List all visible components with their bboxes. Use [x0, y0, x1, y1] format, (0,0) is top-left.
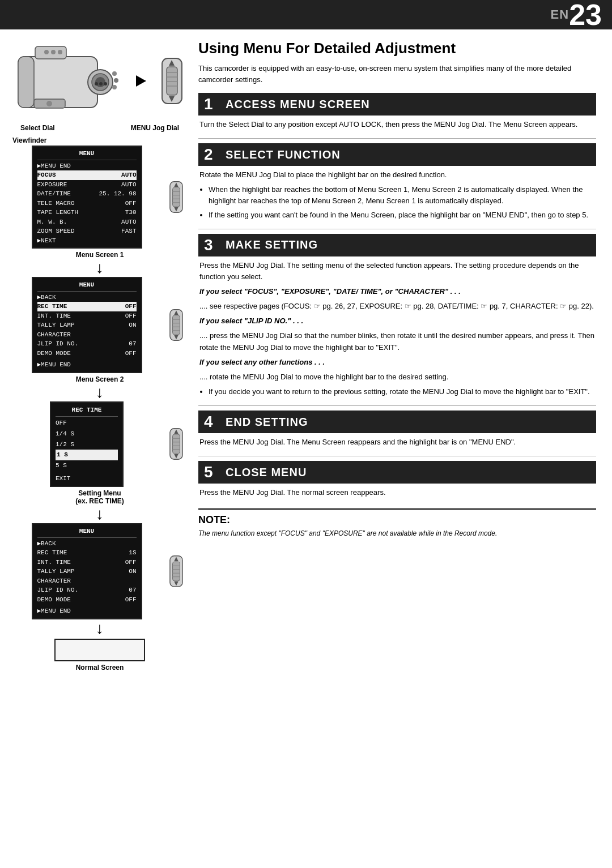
sub-label-3-text: If you select any other functions . . . — [199, 358, 325, 366]
left-column: Select Dial MENU Jog Dial Viewfinder MEN… — [0, 29, 193, 683]
section-body-access: Turn the Select Dial to any position exc… — [198, 119, 596, 130]
section-title-access: ACCESS MENU SCREEN — [226, 98, 370, 111]
svg-rect-27 — [173, 187, 180, 207]
setting-row-exit: EXIT — [56, 473, 118, 484]
menu-row: INT. TIMEOFF — [37, 558, 137, 567]
svg-rect-19 — [167, 67, 177, 95]
svg-rect-51 — [173, 562, 180, 581]
menu-title-1: MENU — [37, 149, 137, 160]
svg-point-6 — [51, 50, 56, 54]
note-text: The menu function except "FOCUS" and "EX… — [198, 528, 596, 538]
menu-screen-2-area: MENU ▶BACK REC TIMEOFF INT. TIMEOFF TALL… — [12, 277, 187, 373]
section-title-select: SELECT FUNCTION — [226, 148, 341, 161]
menu-row: DEMO MODEOFF — [37, 349, 137, 358]
normal-screen-box — [54, 639, 145, 661]
sub-list-3: If you decide you want to return to the … — [209, 386, 595, 397]
svg-point-11 — [112, 85, 117, 89]
menu-screen-1-box: MENU ▶MENU END FOCUSAUTO EXPOSUREAUTO DA… — [32, 146, 142, 249]
camera-labels: Select Dial MENU Jog Dial — [20, 124, 179, 132]
svg-marker-17 — [136, 75, 146, 87]
arrow-down-1: ↓ — [12, 260, 187, 276]
section-body-close: Press the MENU Jog Dial. The normal scre… — [198, 487, 596, 498]
section-title-make: MAKE SETTING — [226, 238, 318, 251]
section-num-5: 5 — [204, 463, 220, 481]
svg-point-5 — [44, 50, 49, 54]
svg-point-10 — [114, 78, 118, 83]
svg-point-13 — [46, 101, 52, 106]
camera-svg — [12, 40, 131, 122]
menu-row: ▶NEXT — [37, 236, 137, 246]
setting-row: 5 S — [56, 460, 118, 471]
page-title: Using Menu For Detailed Adjustment — [198, 40, 596, 57]
svg-rect-43 — [173, 434, 180, 454]
section-title-close: CLOSE MENU — [226, 466, 307, 479]
setting-row: OFF — [56, 418, 118, 429]
menu-row: INT. TIMEOFF — [37, 311, 137, 321]
menu-row: FOCUSAUTO — [37, 170, 137, 180]
section-text-2: Rotate the MENU Jog Dial to place the hi… — [199, 169, 595, 181]
menu-row: ▶MENU END — [37, 161, 137, 171]
section-close: 5 CLOSE MENU Press the MENU Jog Dial. Th… — [198, 461, 596, 498]
setting-row: 1 S — [56, 450, 118, 460]
normal-screen-label: Normal Screen — [12, 664, 187, 672]
jog-dial-icon-2 — [165, 308, 187, 342]
section-end: 4 END SETTING Press the MENU Jog Dial. T… — [198, 411, 596, 448]
section-header-make: 3 MAKE SETTING — [198, 234, 596, 256]
jog-dial-icon-3 — [165, 427, 187, 461]
sub-label-1: If you select "FOCUS", "EXPOSURE", "DATE… — [199, 286, 595, 297]
menu-row: TALLY LAMPON — [37, 567, 137, 576]
section-title-end: END SETTING — [226, 416, 308, 429]
list-item: If you decide you want to return to the … — [209, 386, 595, 397]
section-body-end: Press the MENU Jog Dial. The Menu Screen… — [198, 437, 596, 448]
svg-point-3 — [95, 77, 105, 87]
section-list-2: When the highlight bar reaches the botto… — [209, 184, 595, 220]
sub-text-3: .... rotate the MENU Jog Dial to move th… — [199, 371, 595, 383]
intro-text: This camcorder is equipped with an easy-… — [198, 63, 596, 85]
menu-row: JLIP ID NO.07 — [37, 585, 137, 595]
main-layout: Select Dial MENU Jog Dial Viewfinder MEN… — [0, 29, 612, 683]
section-header-close: 5 CLOSE MENU — [198, 461, 596, 484]
menu-row: ZOOM SPEEDFAST — [37, 226, 137, 236]
divider-4 — [198, 456, 596, 456]
arrow-down-3: ↓ — [12, 506, 187, 522]
menu-row: ▶BACK — [37, 293, 137, 302]
menu-row: CHARACTER — [37, 330, 137, 340]
menu-row: ▶MENU END — [37, 360, 137, 370]
section-num-1: 1 — [204, 95, 220, 113]
setting-menu-area: REC TIME OFF 1/4 S 1/2 S 1 S 5 S EXIT — [12, 401, 187, 488]
section-num-4: 4 — [204, 413, 220, 431]
menu-jog-dial-svg — [156, 55, 188, 106]
menu-row: DEMO MODEOFF — [37, 595, 137, 605]
divider-1 — [198, 138, 596, 139]
list-item: If the setting you want can't be found i… — [209, 209, 595, 221]
note-box: NOTE: The menu function except "FOCUS" a… — [198, 508, 596, 538]
menu-row: ▶MENU END — [37, 606, 137, 616]
svg-point-15 — [99, 82, 103, 85]
menu-row: TAPE LENGTHT30 — [37, 208, 137, 217]
menu-row: CHARACTER — [37, 576, 137, 586]
select-dial-label: Select Dial — [20, 124, 55, 132]
menu-title-after: MENU — [37, 527, 137, 538]
section-select: 2 SELECT FUNCTION Rotate the MENU Jog Di… — [198, 143, 596, 221]
arrow-down-2: ↓ — [12, 384, 187, 400]
section-text-1: Turn the Select Dial to any position exc… — [199, 119, 595, 130]
sub-label-1-text: If you select "FOCUS", "EXPOSURE", "DATE… — [199, 287, 461, 296]
svg-point-16 — [104, 82, 107, 85]
svg-point-14 — [95, 82, 98, 85]
arrow-down-4: ↓ — [12, 621, 187, 636]
setting-menu-label: Setting Menu (ex. REC TIME) — [12, 489, 187, 505]
menu-row: M. W. B.AUTO — [37, 217, 137, 227]
setting-menu-title: REC TIME — [56, 405, 118, 417]
section-body-make: Press the MENU Jog Dial. The setting men… — [198, 260, 596, 397]
menu-screen-1-area: MENU ▶MENU END FOCUSAUTO EXPOSUREAUTO DA… — [12, 146, 187, 249]
menu-row: REC TIMEOFF — [37, 302, 137, 311]
menu-jog-dial-label: MENU Jog Dial — [131, 124, 179, 132]
jog-dial-icon-1 — [165, 180, 187, 214]
setting-menu-box: REC TIME OFF 1/4 S 1/2 S 1 S 5 S EXIT — [50, 401, 124, 488]
section-text-4: Press the MENU Jog Dial. The Menu Screen… — [199, 437, 595, 448]
top-bar: EN 23 — [0, 0, 612, 29]
page-number: 23 — [569, 0, 602, 29]
menu-screen-after-area: MENU ▶BACK REC TIME1S INT. TIMEOFF TALLY… — [12, 523, 187, 619]
section-num-3: 3 — [204, 236, 220, 254]
right-column: Using Menu For Detailed Adjustment This … — [193, 29, 612, 683]
